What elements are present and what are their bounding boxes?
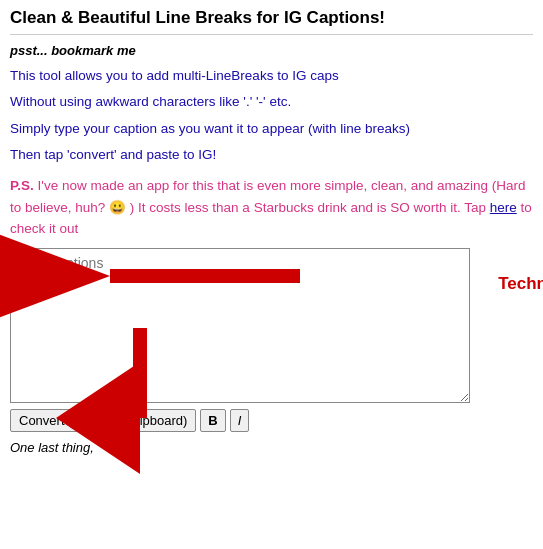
italic-button[interactable]: I xyxy=(230,409,250,432)
info-line-2: Without using awkward characters like '.… xyxy=(10,92,533,112)
watermark-text: Techniquehow.com xyxy=(498,274,543,294)
info-line-3: Simply type your caption as you want it … xyxy=(10,119,533,139)
bookmark-label: psst... bookmark me xyxy=(10,43,533,58)
ps-link[interactable]: here xyxy=(490,200,517,215)
footer-text: One last thing, xyxy=(10,440,533,455)
ps-block: P.S. I've now made an app for this that … xyxy=(10,175,533,240)
caption-textarea[interactable] xyxy=(11,249,469,402)
convert-button[interactable]: Convert (& copy to clipboard) xyxy=(10,409,196,432)
bold-button[interactable]: B xyxy=(200,409,225,432)
textarea-container: Techniquehow.com xyxy=(10,248,470,409)
buttons-row: Convert (& copy to clipboard) B I xyxy=(10,409,533,432)
ps-label: P.S. xyxy=(10,178,34,193)
divider xyxy=(10,34,533,35)
info-line-1: This tool allows you to add multi-LineBr… xyxy=(10,66,533,86)
page-title: Clean & Beautiful Line Breaks for IG Cap… xyxy=(10,8,533,28)
info-line-4: Then tap 'convert' and paste to IG! xyxy=(10,145,533,165)
caption-input-wrapper xyxy=(10,248,470,403)
ps-body: I've now made an app for this that is ev… xyxy=(10,178,526,215)
